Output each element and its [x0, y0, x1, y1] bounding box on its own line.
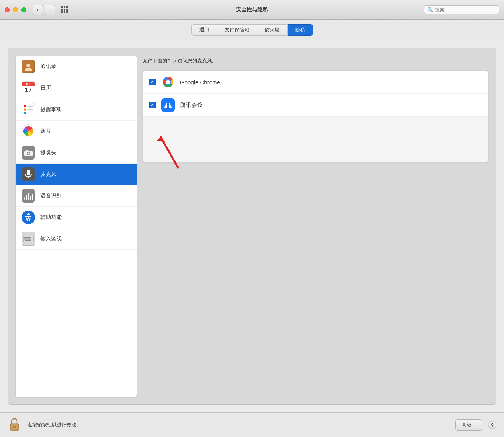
- microphone-icon: [22, 167, 35, 181]
- sidebar-item-calendar[interactable]: JUL 17 日历: [16, 77, 137, 99]
- svg-point-10: [27, 213, 30, 215]
- svg-rect-7: [27, 170, 30, 175]
- search-icon: 🔍: [427, 7, 433, 12]
- speech-icon: [22, 189, 35, 203]
- empty-area: [143, 117, 488, 162]
- reminders-label: 提醒事项: [40, 106, 62, 113]
- svg-rect-19: [28, 239, 30, 240]
- chrome-checkbox[interactable]: ✓: [149, 79, 156, 85]
- right-panel: 允许下面的App 访问您的麦克风。 ✓: [143, 56, 488, 397]
- lock-description: 点按锁按钮以进行更改。: [27, 422, 449, 428]
- svg-rect-17: [24, 239, 26, 240]
- sidebar-item-reminders[interactable]: 提醒事项: [16, 99, 137, 121]
- svg-rect-14: [26, 237, 28, 238]
- chrome-app-name: Google Chrome: [180, 79, 220, 85]
- tencent-app-name: 腾讯会议: [180, 102, 203, 109]
- sidebar: 通讯录 JUL 17 日历 提醒事项: [16, 56, 137, 397]
- svg-rect-15: [28, 237, 30, 238]
- microphone-label: 麦克风: [40, 171, 56, 178]
- content-area: 通讯录 JUL 17 日历 提醒事项: [8, 48, 496, 405]
- input-monitoring-label: 输入监视: [40, 236, 62, 242]
- svg-point-1: [26, 64, 30, 67]
- traffic-lights: [5, 7, 26, 12]
- svg-rect-21: [25, 240, 31, 241]
- svg-rect-6: [26, 150, 28, 151]
- tab-firewall[interactable]: 防火墙: [257, 24, 288, 36]
- help-button[interactable]: ?: [488, 421, 496, 429]
- lock-icon[interactable]: [8, 418, 21, 432]
- main-content: 通讯录 JUL 17 日历 提醒事项: [0, 40, 504, 412]
- panel-description: 允许下面的App 访问您的麦克风。: [143, 56, 488, 66]
- calendar-icon: JUL 17: [22, 81, 35, 95]
- sidebar-item-contacts[interactable]: 通讯录: [16, 56, 137, 77]
- tab-bar: 通用 文件保险箱 防火墙 隐私: [0, 20, 504, 40]
- advanced-button[interactable]: 高级...: [455, 419, 482, 431]
- close-button[interactable]: [5, 7, 10, 12]
- sidebar-item-camera[interactable]: 摄像头: [16, 142, 137, 164]
- grid-icon: [61, 6, 68, 13]
- search-input[interactable]: [435, 7, 495, 12]
- camera-icon: [22, 146, 35, 160]
- camera-label: 摄像头: [40, 149, 56, 156]
- svg-rect-20: [30, 239, 31, 240]
- svg-marker-25: [163, 102, 167, 108]
- window-title: 安全性与隐私: [236, 6, 268, 13]
- sidebar-item-speech[interactable]: 语音识别: [16, 185, 137, 207]
- nav-buttons: ‹ ›: [33, 5, 55, 15]
- accessibility-icon: [22, 211, 35, 224]
- search-box[interactable]: 🔍: [424, 5, 499, 14]
- maximize-button[interactable]: [21, 7, 26, 12]
- svg-rect-18: [26, 239, 28, 240]
- svg-marker-26: [169, 102, 173, 108]
- svg-rect-30: [13, 426, 16, 428]
- minimize-button[interactable]: [13, 7, 18, 12]
- grid-button[interactable]: [58, 4, 70, 16]
- apps-list: ✓ Google Chrome: [143, 70, 488, 163]
- bottom-bar: 点按锁按钮以进行更改。 高级... ?: [0, 412, 504, 437]
- sidebar-item-input-monitoring[interactable]: 输入监视: [16, 228, 137, 250]
- sidebar-item-accessibility[interactable]: 辅助功能: [16, 207, 137, 228]
- tencent-checkbox[interactable]: ✓: [149, 102, 156, 108]
- contacts-label: 通讯录: [40, 63, 56, 70]
- tencent-app-icon: [161, 98, 175, 112]
- svg-point-24: [166, 80, 170, 84]
- sidebar-item-photos[interactable]: 照片: [16, 121, 137, 142]
- input-monitoring-icon: [22, 232, 35, 246]
- sidebar-item-microphone[interactable]: 麦克风: [16, 164, 137, 185]
- photos-label: 照片: [40, 128, 51, 135]
- app-row-tencent: ✓ 腾讯会议: [143, 94, 488, 117]
- forward-button[interactable]: ›: [45, 5, 55, 15]
- speech-label: 语音识别: [40, 192, 62, 199]
- reminders-icon: [22, 103, 35, 116]
- tab-privacy[interactable]: 隐私: [288, 24, 313, 36]
- photos-icon: [22, 124, 35, 138]
- tab-filevault[interactable]: 文件保险箱: [217, 24, 257, 36]
- title-bar: ‹ › 安全性与隐私 🔍: [0, 0, 504, 20]
- svg-point-5: [28, 153, 30, 155]
- chrome-app-icon: [161, 75, 175, 89]
- accessibility-label: 辅助功能: [40, 214, 62, 221]
- back-button[interactable]: ‹: [33, 5, 43, 15]
- svg-rect-16: [30, 237, 31, 238]
- calendar-label: 日历: [40, 85, 51, 91]
- svg-rect-13: [24, 237, 26, 238]
- app-row-chrome: ✓ Google Chrome: [143, 71, 488, 94]
- contacts-icon: [22, 60, 35, 73]
- tab-general[interactable]: 通用: [191, 24, 217, 36]
